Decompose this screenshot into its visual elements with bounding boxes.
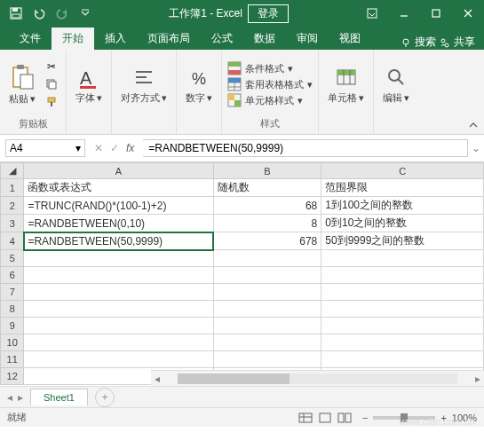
cell[interactable]: =RANDBETWEEN(50,9999) [24,232,213,250]
column-header-c[interactable]: C [321,163,484,179]
cell[interactable] [213,267,321,284]
row-header[interactable]: 4 [1,232,24,250]
expand-formula-bar-icon[interactable]: ⌄ [468,142,484,154]
row-header[interactable]: 9 [1,318,24,334]
row-header[interactable]: 3 [1,215,24,232]
cell[interactable] [321,318,484,334]
paste-button[interactable]: 粘贴 ▾ [5,62,39,107]
tab-data[interactable]: 数据 [243,28,286,50]
cell-styles-button[interactable]: 单元格样式▾ [227,93,313,107]
sheet-tab-active[interactable]: Sheet1 [30,389,88,405]
cut-button[interactable]: ✂ [43,59,60,75]
cell[interactable]: 函数或表达式 [24,179,213,197]
tab-file[interactable]: 文件 [9,28,52,50]
share-button[interactable]: 共享 [440,35,475,50]
zoom-level[interactable]: 100% [452,413,477,423]
cancel-formula-icon[interactable]: ✕ [94,142,103,154]
row-header[interactable]: 6 [1,267,24,284]
name-box[interactable]: A4 ▾ [5,139,85,157]
page-layout-view-icon[interactable] [318,413,332,423]
tab-view[interactable]: 视图 [329,28,371,50]
select-all-corner[interactable]: ◢ [1,163,24,179]
row-header[interactable]: 12 [1,368,24,385]
row-header[interactable]: 8 [1,301,24,318]
normal-view-icon[interactable] [298,413,313,423]
cell[interactable] [321,250,484,267]
scroll-thumb[interactable] [178,373,290,384]
format-painter-button[interactable] [43,94,60,110]
cell[interactable]: 范围界限 [321,179,484,197]
cell[interactable] [24,250,213,267]
save-icon[interactable] [5,3,27,24]
cell[interactable]: 0到10之间的整数 [321,215,484,232]
chevron-down-icon[interactable]: ▾ [75,142,81,154]
tab-page-layout[interactable]: 页面布局 [137,28,201,50]
cell[interactable] [213,334,321,351]
cell[interactable] [213,351,321,368]
cell[interactable]: 随机数 [213,179,321,197]
ribbon-options-icon[interactable] [356,0,388,27]
undo-icon[interactable] [28,3,50,24]
cell[interactable] [24,267,213,284]
qat-customize-icon[interactable] [75,3,96,24]
cell[interactable] [213,318,321,334]
row-header[interactable]: 1 [1,179,24,197]
tab-home[interactable]: 开始 [52,28,94,50]
scroll-left-icon[interactable]: ◂ [151,373,163,385]
insert-function-icon[interactable]: fx [126,142,134,154]
cell[interactable] [24,318,213,334]
accept-formula-icon[interactable]: ✓ [110,142,119,154]
cell[interactable]: 50到9999之间的整数 [321,232,484,250]
cell[interactable] [213,284,321,301]
cells-button[interactable]: 单元格 ▾ [324,65,368,106]
column-header-b[interactable]: B [213,163,321,179]
tab-insert[interactable]: 插入 [94,28,137,50]
column-header-a[interactable]: A [24,163,213,179]
row-header[interactable]: 10 [1,334,24,351]
row-header[interactable]: 11 [1,351,24,368]
cell[interactable] [321,334,484,351]
tab-review[interactable]: 审阅 [286,28,329,50]
scroll-right-icon[interactable]: ▸ [472,373,484,385]
new-sheet-button[interactable]: ＋ [95,388,115,407]
row-header[interactable]: 2 [1,197,24,215]
formula-input[interactable]: =RANDBETWEEN(50,9999) [143,139,468,157]
tab-formulas[interactable]: 公式 [201,28,243,50]
tell-me-search[interactable]: 搜索 [401,35,436,50]
horizontal-scrollbar[interactable]: ◂ ▸ [151,370,484,386]
cell[interactable]: =RANDBETWEEN(0,10) [24,215,213,232]
cell[interactable]: =TRUNC(RAND()*(100-1)+2) [24,197,213,215]
copy-button[interactable] [43,76,60,92]
editing-button[interactable]: 编辑 ▾ [379,65,413,106]
sheet-nav-prev-icon[interactable]: ◂ [7,391,12,404]
font-button[interactable]: A 字体 ▾ [72,65,106,106]
collapse-ribbon-icon[interactable] [468,120,479,130]
login-button[interactable]: 登录 [248,4,289,23]
spreadsheet-grid[interactable]: ◢ A B C 1函数或表达式随机数范围界限2=TRUNC(RAND()*(10… [0,162,484,386]
cell[interactable] [213,250,321,267]
cell[interactable] [321,351,484,368]
row-header[interactable]: 7 [1,284,24,301]
number-button[interactable]: % 数字 ▾ [182,65,216,106]
redo-icon[interactable] [52,3,73,24]
conditional-formatting-button[interactable]: 条件格式▾ [227,61,313,75]
cell[interactable] [24,301,213,318]
zoom-in-icon[interactable]: + [440,413,446,423]
alignment-button[interactable]: 对齐方式 ▾ [117,65,171,106]
close-icon[interactable] [452,0,484,27]
zoom-slider[interactable] [373,416,435,420]
sheet-nav-next-icon[interactable]: ▸ [18,391,23,404]
cell[interactable]: 68 [213,197,321,215]
maximize-icon[interactable] [420,0,452,27]
cell[interactable] [321,284,484,301]
cell[interactable]: 1到100之间的整数 [321,197,484,215]
minimize-icon[interactable] [388,0,420,27]
cell[interactable]: 678 [213,232,321,250]
cell[interactable] [213,301,321,318]
cell[interactable]: 8 [213,215,321,232]
page-break-view-icon[interactable] [337,413,352,423]
format-as-table-button[interactable]: 套用表格格式▾ [227,77,313,91]
cell[interactable] [321,301,484,318]
row-header[interactable]: 5 [1,250,24,267]
cell[interactable] [24,351,213,368]
